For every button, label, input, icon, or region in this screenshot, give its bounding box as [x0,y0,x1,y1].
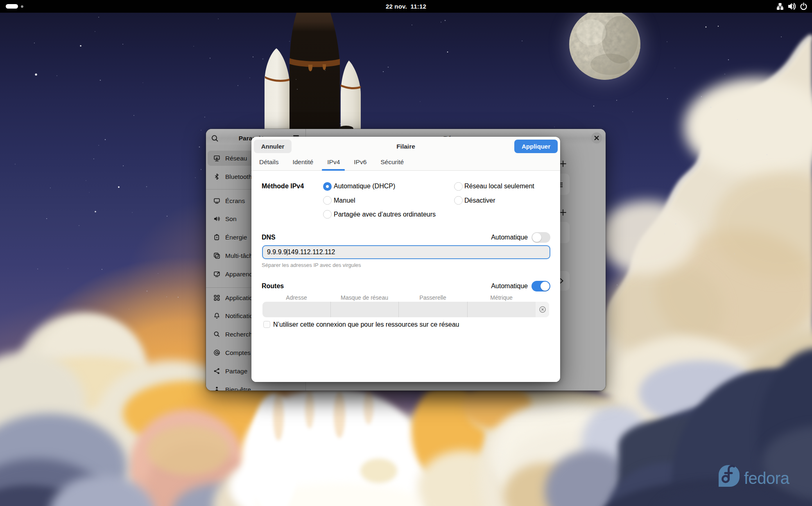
svg-text:fedora: fedora [744,469,790,487]
